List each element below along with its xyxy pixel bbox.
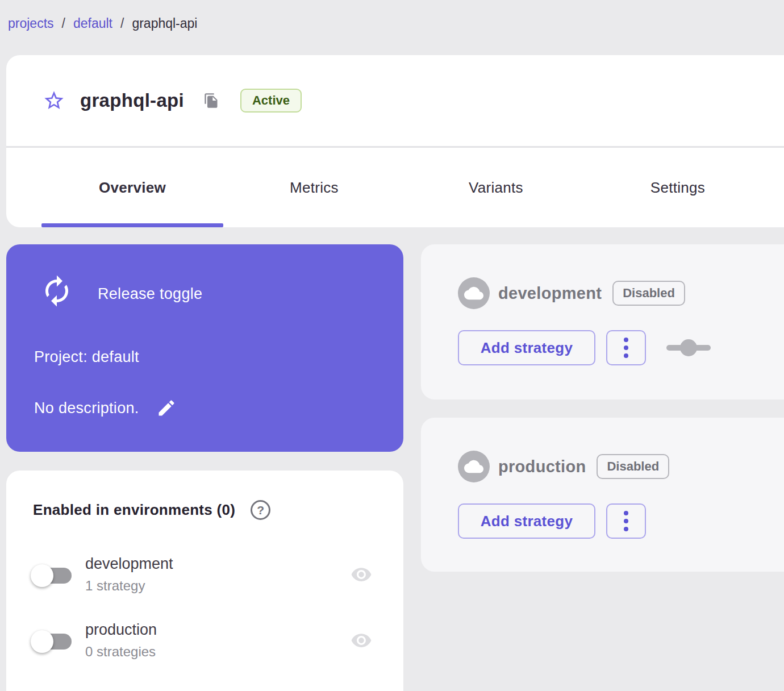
breadcrumb: projects / default / graphql-api	[8, 16, 197, 31]
toggle-overview-card: Release toggle Project: default No descr…	[6, 244, 403, 452]
tab-variants[interactable]: Variants	[405, 148, 587, 227]
breadcrumb-current: graphql-api	[132, 16, 197, 31]
strategy-count: 1 strategy	[85, 578, 145, 594]
feature-header-card: graphql-api Active Overview Metrics Vari…	[6, 55, 784, 227]
tab-overview[interactable]: Overview	[41, 148, 223, 227]
enabled-environments-header: Enabled in environments (0) ?	[33, 500, 270, 520]
right-column: development Disabled Add strategy produc…	[421, 244, 784, 572]
tab-settings[interactable]: Settings	[587, 148, 769, 227]
toggle-description-row: No description.	[34, 397, 178, 419]
kebab-dot	[624, 346, 628, 350]
left-column: Release toggle Project: default No descr…	[6, 244, 403, 691]
environment-name: production	[85, 621, 157, 639]
toggle-type-label: Release toggle	[98, 285, 202, 303]
kebab-dot	[624, 519, 628, 523]
environment-card-name: production	[498, 457, 586, 476]
add-strategy-button[interactable]: Add strategy	[458, 503, 595, 539]
environment-status-badge: Disabled	[597, 454, 669, 479]
environment-card-development: development Disabled Add strategy	[421, 244, 784, 399]
production-toggle-switch[interactable]	[31, 628, 72, 655]
kebab-dot	[624, 511, 628, 515]
kebab-dot	[624, 527, 628, 531]
environment-status-badge: Disabled	[612, 281, 685, 306]
favorite-button[interactable]	[43, 89, 65, 112]
breadcrumb-separator: /	[120, 16, 124, 31]
tab-bar: Overview Metrics Variants Settings	[6, 148, 784, 227]
add-strategy-button[interactable]: Add strategy	[458, 330, 595, 365]
environment-name: development	[85, 555, 173, 573]
edit-description-button[interactable]	[155, 397, 178, 419]
copy-name-button[interactable]	[203, 92, 220, 109]
environment-card-header: development Disabled	[458, 277, 685, 309]
tab-label: Settings	[650, 179, 705, 197]
environment-card-name: development	[498, 284, 602, 303]
environment-card-actions: Add strategy	[458, 330, 711, 365]
help-icon[interactable]: ?	[251, 500, 270, 520]
switch-thumb	[31, 564, 53, 587]
toggle-description: No description.	[34, 399, 139, 417]
strategy-count: 0 strategies	[85, 644, 156, 660]
cloud-icon	[464, 457, 483, 476]
tab-label: Overview	[99, 179, 166, 197]
tab-metrics[interactable]: Metrics	[223, 148, 405, 227]
page-title: graphql-api	[80, 90, 184, 111]
development-toggle-switch[interactable]	[31, 563, 72, 589]
strategy-slider-icon[interactable]	[666, 339, 711, 356]
slider-knob	[680, 339, 697, 356]
environment-card-actions: Add strategy	[458, 503, 646, 539]
status-badge: Active	[240, 89, 302, 113]
environment-card-header: production Disabled	[458, 451, 669, 482]
environment-avatar	[458, 277, 490, 309]
environment-avatar	[458, 451, 490, 482]
enabled-environments-title: Enabled in environments (0)	[33, 501, 235, 519]
eye-icon[interactable]	[348, 630, 375, 651]
environment-menu-button[interactable]	[606, 330, 646, 365]
breadcrumb-link-projects[interactable]: projects	[8, 16, 54, 31]
star-icon	[43, 89, 65, 112]
tab-label: Variants	[469, 179, 523, 197]
breadcrumb-separator: /	[62, 16, 65, 31]
copy-icon	[203, 93, 219, 109]
cloud-icon	[464, 284, 483, 303]
environment-menu-button[interactable]	[606, 503, 646, 539]
enabled-environments-card: Enabled in environments (0) ? developmen…	[6, 471, 403, 691]
toggle-project-label: Project: default	[34, 348, 139, 366]
feature-title-row: graphql-api Active	[6, 55, 784, 146]
breadcrumb-link-default[interactable]: default	[73, 16, 112, 31]
release-toggle-icon	[40, 274, 74, 308]
kebab-dot	[624, 353, 628, 358]
eye-icon[interactable]	[348, 564, 375, 585]
active-tab-indicator	[41, 223, 223, 227]
environment-card-production: production Disabled Add strategy	[421, 418, 784, 572]
switch-thumb	[31, 630, 53, 653]
pencil-icon	[156, 398, 177, 418]
kebab-dot	[624, 338, 628, 342]
tab-label: Metrics	[290, 179, 339, 197]
